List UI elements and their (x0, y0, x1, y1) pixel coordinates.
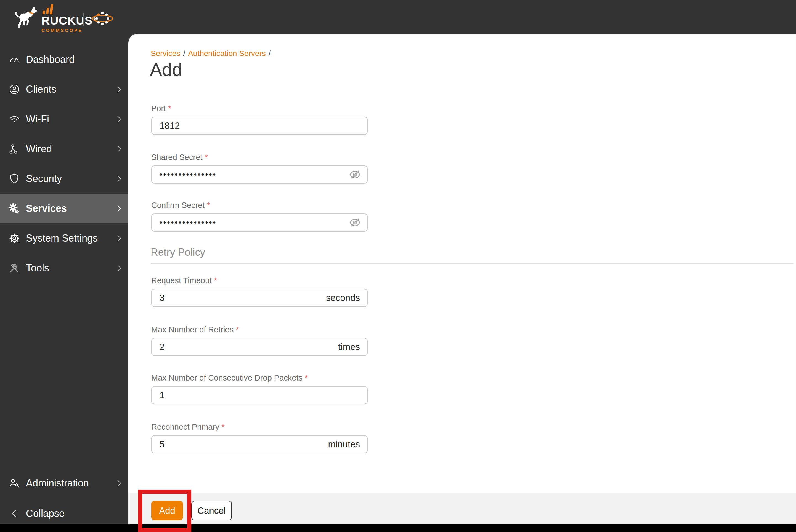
required-asterisk: * (207, 201, 210, 210)
breadcrumb-link-services[interactable]: Services (151, 49, 180, 58)
request-timeout-unit: seconds (326, 292, 360, 303)
signal-bars-icon (42, 4, 55, 15)
wired-network-icon (8, 143, 20, 155)
reconnect-primary-field-group: Reconnect Primary * minutes (151, 422, 368, 453)
required-asterisk: * (236, 325, 239, 334)
shared-secret-field-group: Shared Secret * (151, 153, 368, 184)
shared-secret-input[interactable] (151, 166, 368, 184)
chevron-right-icon (114, 233, 124, 243)
port-label: Port * (151, 104, 368, 113)
tools-icon (8, 262, 20, 274)
system-settings-gear-icon (8, 232, 20, 244)
brand-name-text: RUCKUS (41, 14, 93, 27)
dashboard-gauge-icon (8, 54, 20, 65)
main-content: Services/Authentication Servers/ Add Por… (128, 34, 796, 524)
sidebar-collapse-button[interactable]: Collapse (0, 499, 128, 528)
required-asterisk: * (305, 374, 308, 382)
reconnect-primary-unit: minutes (328, 439, 360, 450)
sidebar-item-clients[interactable]: Clients (0, 74, 128, 104)
cancel-button[interactable]: Cancel (191, 501, 232, 520)
eye-off-icon[interactable] (348, 216, 362, 229)
page-title: Add (150, 59, 182, 80)
brand-divider (84, 13, 84, 26)
sidebar-item-label: System Settings (26, 232, 98, 244)
sidebar-item-label: Security (26, 173, 62, 185)
administration-user-wrench-icon (8, 477, 20, 489)
sidebar-item-wired[interactable]: Wired (0, 134, 128, 164)
max-drop-packets-label: Max Number of Consecutive Drop Packets * (151, 373, 368, 382)
add-button[interactable]: Add (151, 501, 183, 520)
sidebar-item-system-settings[interactable]: System Settings (0, 223, 128, 253)
reconnect-primary-label: Reconnect Primary * (151, 422, 368, 432)
required-asterisk: * (214, 276, 217, 285)
brand-name: RUCKUS® (41, 15, 96, 26)
brand-wordmark: RUCKUS® COMMSCOPE (41, 4, 96, 33)
shared-secret-label: Shared Secret * (151, 153, 368, 162)
port-field-group: Port * (151, 104, 368, 135)
ruckus-one-orbit-icon (91, 10, 114, 27)
breadcrumb: Services/Authentication Servers/ (151, 49, 274, 58)
max-retries-label: Max Number of Retries * (151, 325, 368, 334)
sidebar-item-label: Wired (26, 143, 52, 155)
sidebar-item-dashboard[interactable]: Dashboard (0, 45, 128, 74)
request-timeout-label-text: Request Timeout (151, 276, 212, 285)
chevron-right-icon (114, 204, 124, 213)
retry-policy-section-title: Retry Policy (151, 247, 205, 258)
required-asterisk: * (205, 153, 207, 162)
form-action-bar: Add Cancel (128, 493, 796, 524)
max-drop-packets-input[interactable] (151, 386, 368, 404)
max-drop-packets-field-group: Max Number of Consecutive Drop Packets * (151, 373, 368, 404)
sidebar-item-label: Services (26, 203, 67, 214)
sidebar-item-label: Administration (26, 477, 89, 489)
chevron-right-icon (114, 114, 124, 124)
request-timeout-label: Request Timeout * (151, 276, 368, 285)
wifi-icon (8, 113, 20, 125)
max-drop-packets-label-text: Max Number of Consecutive Drop Packets (151, 374, 302, 382)
confirm-secret-input[interactable] (151, 213, 368, 232)
shared-secret-label-text: Shared Secret (151, 153, 202, 162)
sidebar-item-administration[interactable]: Administration (0, 468, 128, 498)
breadcrumb-link-authentication-servers[interactable]: Authentication Servers (188, 49, 266, 58)
services-gears-icon (8, 203, 20, 214)
breadcrumb-separator: / (183, 49, 185, 58)
chevron-right-icon (114, 84, 124, 94)
sidebar-item-label: Tools (26, 262, 49, 274)
section-divider (151, 263, 793, 264)
chevron-right-icon (114, 478, 124, 488)
brand-sub-name: COMMSCOPE (41, 28, 96, 33)
max-retries-input[interactable] (151, 338, 368, 356)
sidebar-item-tools[interactable]: Tools (0, 253, 128, 283)
max-retries-unit: times (338, 342, 360, 352)
security-shield-icon (8, 173, 20, 185)
bottom-black-bar (0, 524, 796, 532)
breadcrumb-separator: / (269, 49, 271, 58)
confirm-secret-label-text: Confirm Secret (151, 201, 205, 210)
chevron-left-icon (8, 508, 20, 519)
confirm-secret-field-group: Confirm Secret * (151, 201, 368, 232)
chevron-right-icon (114, 144, 124, 154)
reconnect-primary-label-text: Reconnect Primary (151, 422, 219, 432)
required-asterisk: * (168, 104, 171, 113)
sidebar-item-wifi[interactable]: Wi-Fi (0, 104, 128, 134)
ruckus-dog-icon (13, 3, 39, 31)
sidebar-item-services[interactable]: Services (0, 194, 128, 223)
max-retries-label-text: Max Number of Retries (151, 325, 234, 334)
eye-off-icon[interactable] (348, 168, 362, 181)
clients-user-icon (8, 83, 20, 95)
max-retries-field-group: Max Number of Retries * times (151, 325, 368, 356)
port-input[interactable] (151, 117, 368, 135)
required-asterisk: * (222, 422, 225, 432)
app-root: RUCKUS® COMMSCOPE Dashboard Clients (0, 0, 796, 532)
chevron-right-icon (114, 263, 124, 273)
sidebar-item-security[interactable]: Security (0, 164, 128, 194)
chevron-right-icon (114, 174, 124, 184)
request-timeout-field-group: Request Timeout * seconds (151, 276, 368, 307)
confirm-secret-label: Confirm Secret * (151, 201, 368, 210)
sidebar-item-label: Dashboard (26, 54, 75, 65)
port-label-text: Port (151, 104, 166, 113)
sidebar-item-label: Clients (26, 83, 56, 95)
collapse-label: Collapse (26, 508, 64, 519)
sidebar-item-label: Wi-Fi (26, 113, 49, 125)
